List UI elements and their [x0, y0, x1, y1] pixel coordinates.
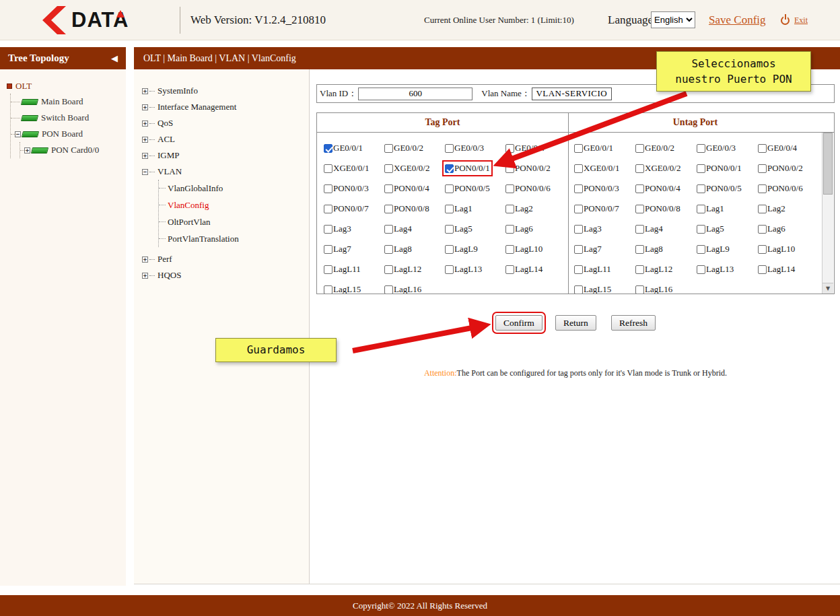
untag-checkbox-PON0/0/5[interactable]	[697, 184, 705, 193]
language-select[interactable]: English	[651, 11, 695, 28]
tag-port-Lag3[interactable]: Lag3	[324, 224, 351, 234]
tag-port-Lag6[interactable]: Lag6	[505, 224, 533, 234]
menu-item-qos[interactable]: + QoS	[134, 115, 309, 131]
tag-port-LagL15[interactable]: LagL15	[324, 284, 361, 294]
tag-port-Lag7[interactable]: Lag7	[324, 244, 351, 254]
menu-item-vlanglobalinfo[interactable]: VlanGlobalInfo	[159, 180, 309, 197]
collapse-node-icon[interactable]: −	[15, 131, 21, 137]
untag-port-PON0/0/3[interactable]: PON0/0/3	[574, 183, 619, 194]
untag-checkbox-XGE0/0/2[interactable]	[635, 164, 644, 173]
tag-port-LagL9[interactable]: LagL9	[445, 244, 478, 254]
untag-port-PON0/0/1[interactable]: PON0/0/1	[697, 163, 742, 174]
tag-checkbox-PON0/0/2[interactable]	[505, 164, 514, 173]
tag-checkbox-LagL13[interactable]	[445, 265, 454, 274]
scrollbar-down-icon[interactable]: ▼	[823, 283, 833, 294]
untag-port-Lag6[interactable]: Lag6	[758, 224, 785, 234]
untag-port-XGE0/0/1[interactable]: XGE0/0/1	[574, 163, 619, 174]
tag-port-XGE0/0/1[interactable]: XGE0/0/1	[324, 163, 369, 174]
collapse-sidebar-icon[interactable]: ◀	[111, 53, 118, 63]
expand-icon[interactable]: +	[142, 137, 148, 143]
tag-checkbox-LagL16[interactable]	[384, 285, 393, 294]
tag-checkbox-PON0/0/8[interactable]	[384, 205, 393, 213]
power-icon[interactable]	[781, 16, 790, 25]
menu-item-systeminfo[interactable]: + SystemInfo	[134, 83, 309, 99]
menu-item-hqos[interactable]: + HQOS	[134, 267, 309, 283]
tag-checkbox-PON0/0/1[interactable]	[445, 164, 454, 173]
tag-checkbox-GE0/0/1[interactable]	[324, 144, 332, 153]
untag-port-GE0/0/2[interactable]: GE0/0/2	[635, 143, 674, 153]
untag-port-PON0/0/5[interactable]: PON0/0/5	[697, 183, 742, 194]
tag-port-XGE0/0/2[interactable]: XGE0/0/2	[384, 163, 429, 174]
untag-port-Lag3[interactable]: Lag3	[574, 224, 602, 234]
untag-checkbox-Lag6[interactable]	[758, 225, 767, 234]
menu-item-perf[interactable]: + Perf	[134, 251, 309, 267]
untag-checkbox-Lag8[interactable]	[635, 245, 644, 254]
untag-port-Lag4[interactable]: Lag4	[635, 224, 663, 234]
tag-checkbox-Lag6[interactable]	[505, 225, 514, 234]
untag-checkbox-XGE0/0/1[interactable]	[574, 164, 583, 173]
untag-checkbox-LagL16[interactable]	[635, 285, 644, 294]
untag-port-PON0/0/7[interactable]: PON0/0/7	[574, 203, 619, 214]
tag-port-PON0/0/4[interactable]: PON0/0/4	[384, 183, 429, 194]
untag-port-Lag5[interactable]: Lag5	[697, 224, 724, 234]
tag-checkbox-PON0/0/6[interactable]	[505, 184, 514, 193]
menu-item-oltportvlan[interactable]: OltPortVlan	[159, 213, 309, 230]
tag-checkbox-GE0/0/3[interactable]	[445, 144, 454, 153]
tag-checkbox-LagL11[interactable]	[324, 265, 332, 274]
untag-checkbox-LagL10[interactable]	[758, 245, 767, 254]
untag-checkbox-PON0/0/8[interactable]	[635, 205, 644, 213]
tag-checkbox-GE0/0/2[interactable]	[384, 144, 393, 153]
untag-port-GE0/0/3[interactable]: GE0/0/3	[697, 143, 736, 153]
table-scrollbar[interactable]: ▼	[822, 133, 833, 294]
scrollbar-thumb[interactable]	[823, 133, 833, 195]
expand-icon[interactable]: +	[142, 104, 148, 110]
tag-port-Lag4[interactable]: Lag4	[384, 224, 412, 234]
tag-checkbox-Lag1[interactable]	[445, 205, 454, 213]
untag-checkbox-Lag1[interactable]	[697, 205, 705, 213]
tag-checkbox-Lag3[interactable]	[324, 225, 332, 234]
tag-port-GE0/0/1[interactable]: GE0/0/1	[324, 143, 363, 153]
tag-checkbox-LagL10[interactable]	[505, 245, 514, 254]
menu-item-interface-management[interactable]: + Interface Management	[134, 99, 309, 115]
tag-port-PON0/0/5[interactable]: PON0/0/5	[445, 183, 490, 194]
untag-checkbox-Lag5[interactable]	[697, 225, 705, 234]
expand-node-icon[interactable]: +	[24, 147, 30, 153]
tag-checkbox-PON0/0/7[interactable]	[324, 205, 332, 213]
confirm-button[interactable]: Confirm	[495, 315, 542, 331]
tag-port-Lag2[interactable]: Lag2	[505, 203, 533, 214]
untag-checkbox-LagL14[interactable]	[758, 265, 767, 274]
untag-checkbox-PON0/0/4[interactable]	[635, 184, 644, 193]
expand-icon[interactable]: +	[142, 273, 148, 279]
untag-port-PON0/0/4[interactable]: PON0/0/4	[635, 183, 680, 194]
tag-port-LagL11[interactable]: LagL11	[324, 264, 361, 275]
tag-port-PON0/0/2[interactable]: PON0/0/2	[505, 163, 551, 174]
tag-port-LagL10[interactable]: LagL10	[505, 244, 542, 254]
tag-port-PON0/0/6[interactable]: PON0/0/6	[505, 183, 551, 194]
refresh-button[interactable]: Refresh	[611, 315, 656, 331]
untag-port-LagL13[interactable]: LagL13	[697, 264, 734, 275]
tag-checkbox-LagL12[interactable]	[384, 265, 393, 274]
tag-port-PON0/0/8[interactable]: PON0/0/8	[384, 203, 429, 214]
untag-port-Lag8[interactable]: Lag8	[635, 244, 663, 254]
tag-port-Lag8[interactable]: Lag8	[384, 244, 412, 254]
untag-port-PON0/0/6[interactable]: PON0/0/6	[758, 183, 803, 194]
tag-port-LagL16[interactable]: LagL16	[384, 284, 421, 294]
tag-checkbox-Lag2[interactable]	[505, 205, 514, 213]
tag-port-PON0/0/3[interactable]: PON0/0/3	[324, 183, 369, 194]
tag-checkbox-PON0/0/4[interactable]	[384, 184, 393, 193]
tag-checkbox-Lag4[interactable]	[384, 225, 393, 234]
tag-port-Lag1[interactable]: Lag1	[445, 203, 473, 214]
untag-checkbox-Lag7[interactable]	[574, 245, 583, 254]
tag-port-Lag5[interactable]: Lag5	[445, 224, 473, 234]
return-button[interactable]: Return	[555, 315, 596, 331]
tree-node-main-board[interactable]: Main Board	[11, 94, 126, 110]
exit-link[interactable]: Exit	[781, 0, 808, 40]
untag-checkbox-GE0/0/4[interactable]	[758, 144, 767, 153]
menu-item-igmp[interactable]: + IGMP	[134, 147, 309, 164]
collapse-icon[interactable]: −	[142, 169, 148, 175]
untag-checkbox-GE0/0/1[interactable]	[574, 144, 583, 153]
untag-port-LagL10[interactable]: LagL10	[758, 244, 795, 254]
expand-icon[interactable]: +	[142, 256, 148, 263]
untag-checkbox-LagL13[interactable]	[697, 265, 705, 274]
untag-port-XGE0/0/2[interactable]: XGE0/0/2	[635, 163, 680, 174]
